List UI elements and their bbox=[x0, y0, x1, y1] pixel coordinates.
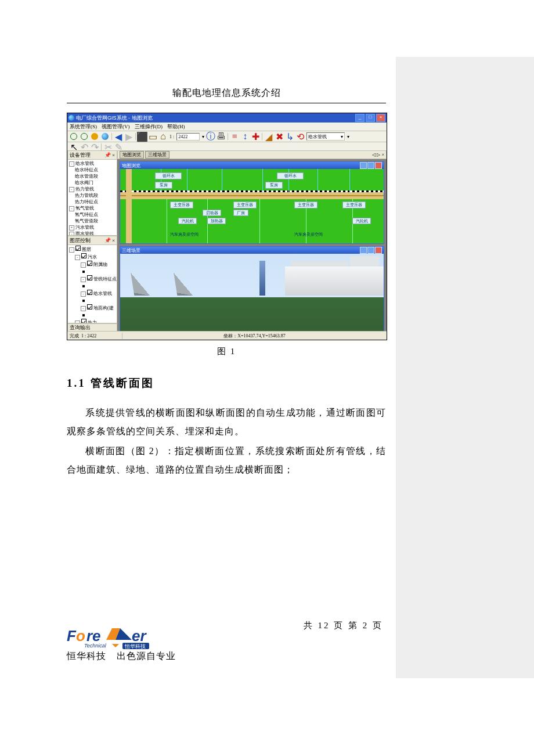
tree-node[interactable]: -氢气管线 bbox=[68, 205, 117, 211]
dropdown-icon[interactable]: ▾ bbox=[347, 134, 349, 139]
tree-node[interactable]: 热力特征点 bbox=[68, 199, 117, 205]
page-number: 共 12 页 第 2 页 bbox=[304, 620, 383, 631]
tree-node[interactable]: -管线特征点 bbox=[68, 275, 117, 283]
zoom-out-icon[interactable] bbox=[80, 132, 88, 141]
map-max-button[interactable] bbox=[367, 162, 374, 169]
stop-icon[interactable]: ⬛ bbox=[138, 132, 146, 141]
tree-node[interactable]: -图层 bbox=[68, 246, 117, 253]
menu-3d[interactable]: 三维操作(D) bbox=[135, 123, 163, 131]
tree-node[interactable]: -给水管线 bbox=[68, 290, 117, 297]
map-block: 泵房 bbox=[155, 182, 172, 189]
restore-button[interactable]: □ bbox=[366, 114, 375, 122]
tab-3d[interactable]: 三维场景 bbox=[145, 151, 169, 159]
tab-map[interactable]: 地图浏览 bbox=[120, 151, 144, 159]
tree-node[interactable]: -给水管线 bbox=[68, 160, 117, 167]
pin-icon[interactable]: 📌 × bbox=[104, 237, 115, 243]
separator bbox=[101, 143, 102, 150]
scene-max-button[interactable] bbox=[367, 247, 374, 254]
query-panel-title: 查询输出 bbox=[67, 323, 117, 332]
tree-node[interactable]: 氢气特征点 bbox=[68, 211, 117, 218]
logo-slogan: 恒华科技出色源自专业 bbox=[67, 650, 177, 663]
map-close-button[interactable] bbox=[375, 162, 382, 169]
scene-close-button[interactable] bbox=[375, 247, 382, 254]
toolbar-main: ◀ ▶ ⬛ ▭ ⌂ 1 : 2422 ▾ ⓘ 🖶 ≡ ↕ ✚ ◢ ✖ ↳ ⟲ bbox=[67, 131, 387, 142]
info-icon[interactable]: ⓘ bbox=[207, 132, 215, 141]
separator bbox=[111, 133, 112, 140]
map-canvas[interactable]: 循环水 循环水 泵房 泵房 主变压器 主变压器 主变压器 主变压器 启动器 厂房… bbox=[120, 169, 384, 243]
scene-min-button[interactable] bbox=[360, 247, 367, 254]
tree-node[interactable]: -地面构(建 bbox=[68, 304, 117, 312]
svg-marker-6 bbox=[112, 644, 119, 647]
dropdown-icon[interactable]: ▾ bbox=[202, 134, 204, 139]
tool-d-icon[interactable]: ⟲ bbox=[296, 132, 304, 141]
menu-system[interactable]: 系统管理(S) bbox=[70, 123, 97, 131]
map-block: 汽轮机 bbox=[178, 218, 197, 224]
tree-node[interactable]: -污水 bbox=[68, 253, 117, 261]
close-button[interactable]: × bbox=[376, 114, 385, 122]
svg-text:er: er bbox=[132, 627, 147, 645]
view-tabs: 地图浏览 三维场景 ◁ ▷ × bbox=[117, 150, 387, 159]
menu-help[interactable]: 帮助(H) bbox=[167, 123, 185, 131]
scene3d-canvas[interactable] bbox=[120, 254, 384, 333]
tab-scroll-icon[interactable]: ◁ ▷ × bbox=[372, 152, 384, 157]
tree-node[interactable]: -热力管线 bbox=[68, 186, 117, 192]
cursor-icon[interactable]: ↖ bbox=[70, 143, 78, 151]
layer-combo[interactable]: 给水管线▾ bbox=[306, 132, 345, 141]
cable bbox=[222, 169, 222, 192]
page-icon[interactable]: ▭ bbox=[149, 132, 157, 141]
layer-tree[interactable]: -图层-污水-附属物-管线特征点-给水管线-地面构(建-热力-管线特征点△ 阀门 bbox=[67, 245, 117, 323]
redo-icon[interactable]: ↷ bbox=[91, 143, 99, 151]
map-label: 汽车房及排空间 bbox=[294, 232, 323, 237]
tool-b-icon[interactable]: ✖ bbox=[275, 132, 283, 141]
tree-node[interactable] bbox=[68, 297, 117, 304]
tree-node[interactable] bbox=[68, 283, 117, 290]
tree-node[interactable]: 热力管线段 bbox=[68, 192, 117, 199]
scale-input[interactable]: 2422 bbox=[176, 133, 200, 141]
home-icon[interactable]: ⌂ bbox=[159, 132, 167, 141]
tree-node[interactable]: 给水阀门 bbox=[68, 179, 117, 186]
device-panel-title: 设备管理 📌 × bbox=[67, 150, 117, 160]
separator bbox=[262, 133, 262, 140]
tree-node[interactable]: 给水管道段 bbox=[68, 173, 117, 179]
tree-node[interactable] bbox=[68, 312, 117, 319]
tree-node[interactable]: -附属物 bbox=[68, 261, 117, 268]
tree-node[interactable]: +污水管线 bbox=[68, 224, 117, 231]
pin-icon[interactable]: 📌 × bbox=[104, 152, 115, 158]
separator bbox=[228, 133, 228, 140]
tree-node[interactable]: -热力 bbox=[68, 319, 117, 323]
tree-node[interactable]: 氢气管道段 bbox=[68, 218, 117, 224]
globe-icon[interactable] bbox=[101, 132, 109, 141]
cut-icon[interactable]: ✂ bbox=[104, 143, 112, 151]
cooling-tower bbox=[172, 254, 213, 296]
print-icon[interactable]: 🖶 bbox=[217, 132, 225, 141]
tool-a-icon[interactable]: ◢ bbox=[265, 132, 273, 141]
map-min-button[interactable] bbox=[360, 162, 367, 169]
tool-c-icon[interactable]: ↳ bbox=[286, 132, 294, 141]
undo-icon[interactable]: ↶ bbox=[80, 143, 88, 151]
status-left: 完成 bbox=[70, 333, 79, 339]
document-page: 输配电地理信息系统介绍 电厂综合管网GIS系统 - 地图浏览 _ □ × 系统管… bbox=[0, 0, 534, 756]
window-controls: _ □ × bbox=[355, 114, 385, 122]
measure-icon[interactable]: ≡ bbox=[230, 132, 239, 141]
cable bbox=[262, 169, 263, 192]
menu-view[interactable]: 视图管理(V) bbox=[102, 123, 130, 131]
minimize-button[interactable]: _ bbox=[355, 114, 365, 122]
forward-icon[interactable]: ▶ bbox=[125, 132, 133, 141]
cross-icon[interactable]: ✚ bbox=[251, 132, 259, 141]
device-tree[interactable]: -给水管线给水特征点给水管道段给水阀门-热力管线热力管线段热力特征点-氢气管线氢… bbox=[67, 160, 117, 236]
tree-node[interactable]: 给水特征点 bbox=[68, 167, 117, 173]
edit-icon[interactable]: ✎ bbox=[114, 143, 122, 151]
tree-node[interactable]: -雨水管线 bbox=[68, 231, 117, 236]
zoom-in-icon[interactable] bbox=[70, 132, 78, 141]
paragraph-2: 横断面图（图 2）：指定横断面位置，系统搜索断面处所有管线，结合地面建筑、绿地、… bbox=[67, 442, 386, 479]
left-sidebar: 设备管理 📌 × -给水管线给水特征点给水管道段给水阀门-热力管线热力管线段热力… bbox=[67, 150, 117, 332]
tree-node[interactable] bbox=[68, 268, 117, 275]
map-label: 汽车房及排空间 bbox=[170, 232, 199, 237]
back-icon[interactable]: ◀ bbox=[114, 132, 122, 141]
map-block: 汽轮机 bbox=[352, 218, 371, 224]
map-block: 泵房 bbox=[265, 182, 283, 189]
header-rule bbox=[67, 103, 386, 103]
pan-icon[interactable] bbox=[91, 132, 99, 141]
align-icon[interactable]: ↕ bbox=[241, 132, 249, 141]
cable bbox=[349, 169, 350, 192]
